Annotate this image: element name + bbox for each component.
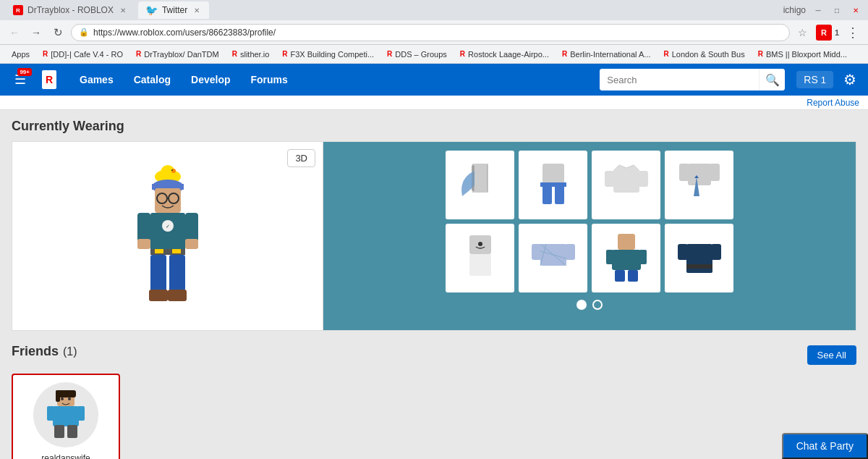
nav-forums[interactable]: Forums [242, 70, 297, 90]
berlin-label: Berlin-International A... [570, 50, 650, 59]
item-cell-3[interactable] [592, 151, 660, 219]
friends-title: Friends [12, 344, 59, 359]
minimize-button[interactable]: ─ [812, 5, 825, 15]
london-label: London & South Bus [672, 50, 745, 59]
forward-button[interactable]: → [27, 24, 45, 41]
roblox-logo[interactable]: R [36, 67, 62, 93]
dot-2[interactable] [592, 300, 603, 310]
svg-point-43 [478, 242, 482, 246]
twitter-favicon: 🐦 [145, 4, 158, 16]
hamburger-menu[interactable]: ☰ 99+ [7, 67, 33, 93]
back-button[interactable]: ← [6, 24, 23, 41]
svg-rect-34 [613, 171, 639, 193]
item-7-image [597, 230, 655, 287]
bookmark-dds[interactable]: R DDS – Groups [381, 49, 453, 60]
rostock-label: Rostock Laage-Airpo... [468, 50, 549, 59]
search-input[interactable] [600, 69, 759, 90]
bookmark-london[interactable]: R London & South Bus [658, 49, 751, 60]
item-3-image [597, 156, 655, 214]
item-cell-2[interactable] [519, 151, 587, 219]
see-all-button[interactable]: See All [807, 345, 856, 365]
bookmark-rostock[interactable]: R Rostock Laage-Airpo... [454, 49, 555, 60]
avatar-figure: ✓ [110, 156, 226, 316]
bookmark-bms[interactable]: R BMS || Bloxport Midd... [752, 49, 853, 60]
lock-icon: 🔒 [79, 28, 89, 37]
tab-roblox[interactable]: R DrTrayblox - ROBLOX ✕ [6, 1, 135, 19]
search-container: 🔍 [600, 69, 785, 90]
svg-rect-68 [47, 406, 54, 421]
bookmark-cafe[interactable]: R [DD]-| Cafe V.4 - RO [37, 49, 129, 60]
robux-icon: RS [804, 74, 817, 85]
svg-rect-33 [540, 182, 566, 187]
refresh-button[interactable]: ↻ [49, 24, 67, 41]
dot-1[interactable] [576, 300, 587, 310]
item-4-image [671, 156, 728, 214]
f3x-label: F3X Building Competi... [291, 50, 375, 59]
svg-rect-8 [155, 188, 181, 213]
item-cell-7[interactable] [592, 224, 660, 292]
svg-rect-54 [639, 250, 647, 264]
svg-rect-17 [185, 213, 198, 242]
rostock-icon: R [460, 50, 465, 58]
item-cell-6[interactable] [519, 224, 587, 292]
roblox-extension[interactable]: R [816, 25, 832, 41]
url-bar[interactable]: 🔒 https://www.roblox.com/users/86623883/… [71, 24, 790, 41]
svg-rect-31 [542, 184, 552, 204]
svg-text:R: R [46, 74, 53, 85]
bookmark-apps[interactable]: Apps [6, 49, 35, 60]
bookmark-f3x[interactable]: R F3X Building Competi... [276, 49, 380, 60]
close-button[interactable]: ✕ [849, 5, 862, 15]
bookmark-slither[interactable]: R slither.io [226, 49, 276, 60]
svg-rect-16 [137, 239, 150, 249]
nav-games[interactable]: Games [71, 70, 122, 90]
report-abuse-link[interactable]: Report Abuse [807, 98, 859, 108]
3d-button[interactable]: 3D [287, 149, 315, 167]
item-5-image [451, 230, 509, 287]
search-button[interactable]: 🔍 [759, 69, 785, 90]
item-cell-5[interactable] [446, 224, 514, 292]
roblox-favicon: R [13, 5, 23, 15]
title-bar: R DrTrayblox - ROBLOX ✕ 🐦 Twitter ✕ ichi… [0, 0, 868, 20]
nav-catalog[interactable]: Catalog [125, 70, 179, 90]
bookmark-berlin[interactable]: R Berlin-International A... [556, 49, 657, 60]
svg-rect-26 [473, 164, 488, 193]
cafe-label: [DD]-| Cafe V.4 - RO [51, 50, 123, 59]
tab-twitter-close[interactable]: ✕ [192, 5, 202, 15]
svg-rect-58 [678, 244, 688, 260]
bookmark-star[interactable]: ☆ [794, 24, 812, 41]
svg-rect-22 [155, 249, 163, 253]
svg-rect-35 [605, 171, 615, 187]
chat-party-button[interactable]: Chat & Party [782, 433, 868, 459]
svg-rect-36 [638, 171, 648, 187]
extension-badge[interactable]: 1 [835, 28, 839, 37]
dds-label: DDS – Groups [395, 50, 447, 59]
item-8-image [671, 230, 728, 287]
extension-menu-button[interactable]: ⋮ [843, 25, 862, 41]
bookmark-drtrayblox[interactable]: R DrTrayblox/ DanTDM [130, 49, 225, 60]
svg-rect-71 [67, 425, 77, 438]
white-strip: Report Abuse [0, 96, 868, 110]
item-cell-1[interactable] [446, 151, 514, 219]
friend-card-realdanswife[interactable]: realdanswife [12, 374, 120, 459]
robux-count: 1 [821, 75, 826, 85]
friend-avatar-svg [37, 386, 95, 444]
friends-list: realdanswife [12, 374, 856, 459]
tab-roblox-close[interactable]: ✕ [118, 5, 128, 15]
item-cell-4[interactable] [665, 151, 733, 219]
wearing-container: 3D [12, 141, 856, 331]
bookmarks-bar: Apps R [DD]-| Cafe V.4 - RO R DrTrayblox… [0, 45, 868, 64]
robux-button[interactable]: RS 1 [796, 71, 833, 88]
url-text: https://www.roblox.com/users/86623883/pr… [93, 28, 276, 38]
settings-button[interactable]: ⚙ [839, 69, 861, 90]
svg-rect-39 [710, 164, 720, 181]
maximize-button[interactable]: □ [830, 5, 843, 15]
item-6-image [524, 230, 582, 287]
svg-rect-21 [169, 255, 185, 291]
address-bar: ← → ↻ 🔒 https://www.roblox.com/users/866… [0, 20, 868, 45]
svg-text:✓: ✓ [166, 224, 170, 229]
tab-twitter[interactable]: 🐦 Twitter ✕ [138, 1, 209, 19]
nav-develop[interactable]: Develop [182, 70, 239, 90]
item-cell-8[interactable] [665, 224, 733, 292]
bms-label: BMS || Bloxport Midd... [766, 50, 847, 59]
friend-avatar-realdanswife [33, 382, 98, 447]
